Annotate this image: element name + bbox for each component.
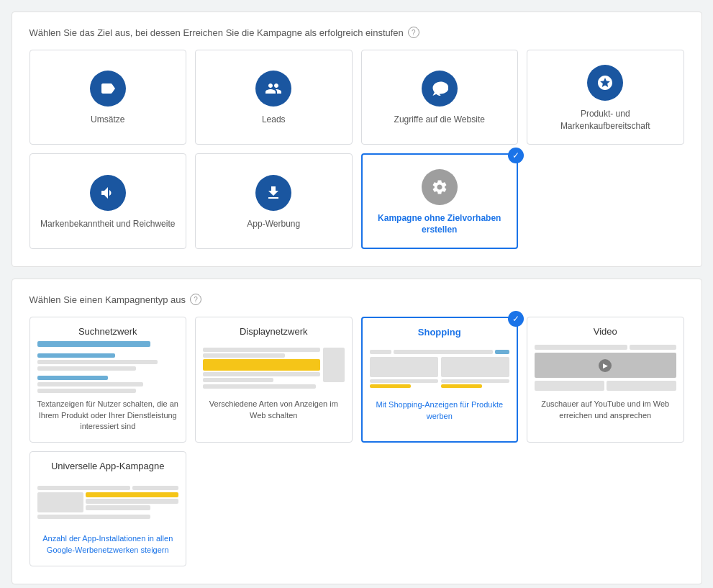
campaign-preview-video: ▶ [535,343,676,393]
campaign-preview-shopping [370,343,510,394]
goal-icon-produkt [587,65,623,101]
section1-title: Wählen Sie das Ziel aus, bei dessen Erre… [29,27,684,38]
campaign-card-app[interactable]: Universelle App-Kampagne [29,451,187,566]
goal-card-produkt[interactable]: Produkt- und Markenkaufbereitschaft [527,50,684,145]
campaign-preview-suchnetzwerk [37,343,179,393]
campaign-card-shopping[interactable]: ✓ Shopping [361,317,519,443]
video-preview-img: ▶ [535,345,676,391]
campaign-desc-app: Anzahl der App-Installationen in allen G… [37,533,179,556]
campaign-card-displaynetzwerk[interactable]: Displaynetzwerk [195,317,353,443]
app-preview-img [37,486,179,519]
goal-grid: Umsätze Leads Zugriffe auf die Website [29,50,684,249]
campaign-title-shopping: Shopping [418,327,461,338]
goal-label-umsaetze: Umsätze [91,114,124,126]
campaign-title-suchnetzwerk: Suchnetzwerk [78,326,137,337]
goal-label-zugriffe: Zugriffe auf die Website [394,114,485,126]
campaign-desc-video: Zuschauer auf YouTube und im Web erreich… [535,399,676,421]
campaign-card-video[interactable]: Video ▶ Zuschauer auf YouTube un [527,317,684,443]
placeholder-1 [195,451,353,566]
goal-card-ohne-ziel[interactable]: ✓ Kampagne ohne Zielvorhaben erstellen [361,153,519,250]
goal-placeholder [527,153,684,250]
goal-card-leads[interactable]: Leads [195,50,353,145]
goal-card-umsaetze[interactable]: Umsätze [29,50,187,145]
campaign-desc-suchnetzwerk: Textanzeigen für Nutzer schalten, die an… [37,399,179,432]
section2-title: Wählen Sie einen Kampagnentyp aus ? [29,294,684,305]
campaign-grid-row2: Universelle App-Kampagne [29,451,684,566]
placeholder-2 [361,451,519,566]
goal-section: Wählen Sie das Ziel aus, bei dessen Erre… [12,12,702,267]
goal-label-leads: Leads [262,114,286,126]
display-preview-img [203,348,345,389]
search-preview-img [37,341,179,395]
goal-label-app-werbung: App-Werbung [247,218,300,230]
section1-title-text: Wählen Sie das Ziel aus, bei dessen Erre… [29,27,404,38]
campaign-title-displaynetzwerk: Displaynetzwerk [240,326,308,337]
help-icon-2[interactable]: ? [190,294,201,305]
goal-label-markenbekanntheit: Markenbekanntheit und Reichweite [40,218,175,230]
goal-card-markenbekanntheit[interactable]: Markenbekanntheit und Reichweite [29,153,187,250]
help-icon-1[interactable]: ? [408,27,419,38]
campaign-preview-displaynetzwerk [203,343,345,393]
goal-icon-ohne-ziel [422,169,458,205]
goal-icon-app-werbung [255,175,291,211]
campaign-grid-row1: Suchnetzwerk Textanzeigen für Nutzer sch… [29,317,684,443]
check-badge-shopping: ✓ [508,311,524,327]
goal-icon-zugriffe [422,71,458,107]
campaign-title-video: Video [594,326,617,337]
check-badge-ohne-ziel: ✓ [508,148,524,163]
goal-card-zugriffe[interactable]: Zugriffe auf die Website [361,50,519,145]
goal-label-produkt: Produkt- und Markenkaufbereitschaft [536,108,675,132]
goal-icon-leads [255,71,291,107]
shopping-preview-img [370,350,510,388]
goal-card-app-werbung[interactable]: App-Werbung [195,153,353,250]
campaign-desc-displaynetzwerk: Verschiedene Arten von Anzeigen im Web s… [203,399,345,421]
placeholder-3 [527,451,684,566]
goal-label-ohne-ziel: Kampagne ohne Zielvorhaben erstellen [371,212,509,237]
campaign-preview-app [37,477,179,528]
campaign-card-suchnetzwerk[interactable]: Suchnetzwerk Textanzeigen für Nutzer sch… [29,317,187,443]
goal-icon-umsaetze [90,71,126,107]
campaign-desc-shopping: Mit Shopping-Anzeigen für Produkte werbe… [370,399,510,422]
section2-title-text: Wählen Sie einen Kampagnentyp aus [29,294,186,305]
campaign-type-section: Wählen Sie einen Kampagnentyp aus ? Such… [12,279,702,584]
goal-icon-markenbekanntheit [90,175,126,211]
campaign-title-app: Universelle App-Kampagne [51,461,165,471]
